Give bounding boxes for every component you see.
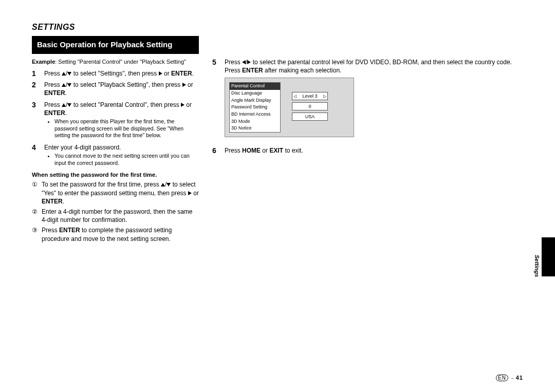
- substep-3: ③ Press ENTER to complete the password s…: [32, 226, 199, 242]
- osd-menu-item: BD Internet Access: [230, 111, 280, 118]
- step-number: 6: [212, 146, 219, 155]
- substep-1: ① To set the password for the first time…: [32, 180, 199, 206]
- step-3: 3 Press / to select "Parental Control", …: [32, 101, 199, 140]
- up-icon: [62, 103, 66, 107]
- osd-menu-item: Password Setting: [230, 104, 280, 111]
- side-tab-marker: [542, 237, 555, 276]
- step-4: 4 Enter your 4-digit password. You canno…: [32, 143, 199, 167]
- lang-badge: EN: [496, 375, 508, 381]
- step-body: Press / to select "Parental Control", th…: [44, 101, 199, 140]
- step-note: When you operate this Player for the fir…: [44, 118, 199, 139]
- step-body: Press / to select "Playback Setting", th…: [44, 81, 199, 97]
- right-icon: [188, 191, 192, 195]
- osd-country-field: USA: [292, 113, 328, 121]
- right-icon: [247, 60, 251, 64]
- right-icon: [182, 83, 186, 87]
- down-icon: [67, 72, 71, 76]
- down-icon: [166, 183, 171, 186]
- page-title: Basic Operation for Playback Setting: [37, 40, 194, 50]
- osd-menu-item: Angle Mark Display: [230, 97, 280, 104]
- osd-menu-item: 3D Mode: [230, 118, 280, 125]
- subsection-heading: When setting the password for the first …: [32, 172, 199, 178]
- step-number: 1: [32, 69, 39, 78]
- page-number: 41: [516, 375, 523, 381]
- osd-menu-item: 3D Notice: [230, 125, 280, 132]
- step-body: Press / to select "Settings", then press…: [44, 69, 199, 78]
- osd-menu-selected: Parental Control: [230, 83, 280, 90]
- step-number: 3: [32, 101, 39, 140]
- example-line: Example: Setting "Parental Control" unde…: [32, 58, 199, 65]
- substep-body: Press ENTER to complete the password set…: [42, 226, 199, 242]
- osd-level-field: ◁ Level 3 ▷: [292, 92, 328, 100]
- section-heading: SETTINGS: [32, 23, 523, 32]
- osd-screenshot: Parental Control Disc Language Angle Mar…: [225, 78, 354, 137]
- step-note: You cannot move to the next setting scre…: [44, 153, 199, 166]
- step-5: 5 Press / to select the parental control…: [212, 58, 523, 74]
- step-body: Press / to select the parental control l…: [225, 58, 523, 74]
- step-number: 5: [212, 58, 219, 74]
- circled-number-icon: ①: [32, 180, 38, 206]
- step-body: Enter your 4-digit password. You cannot …: [44, 143, 199, 167]
- circled-number-icon: ③: [32, 226, 38, 242]
- step-body: Press HOME or EXIT to exit.: [225, 146, 523, 155]
- step-number: 2: [32, 81, 39, 97]
- right-icon: [159, 71, 162, 76]
- step-6: 6 Press HOME or EXIT to exit.: [212, 146, 523, 155]
- two-column-layout: Example: Setting "Parental Control" unde…: [32, 58, 523, 245]
- left-column: Example: Setting "Parental Control" unde…: [32, 58, 199, 245]
- right-icon: [181, 103, 184, 107]
- up-icon: [62, 83, 66, 87]
- osd-zero-field: 0: [292, 102, 328, 110]
- osd-value-fields: ◁ Level 3 ▷ 0 USA: [292, 92, 328, 123]
- right-column: 5 Press / to select the parental control…: [212, 58, 523, 245]
- osd-menu-item: Disc Language: [230, 90, 280, 97]
- substep-body: To set the password for the first time, …: [42, 180, 199, 206]
- osd-wrap: Parental Control Disc Language Angle Mar…: [212, 78, 523, 143]
- down-icon: [67, 103, 71, 107]
- title-bar: Basic Operation for Playback Setting: [32, 36, 199, 54]
- step-2: 2 Press / to select "Playback Setting", …: [32, 81, 199, 97]
- step-number: 4: [32, 143, 39, 167]
- page-footer: EN - 41: [496, 375, 523, 381]
- up-icon: [161, 183, 165, 186]
- left-arrow-icon: ◁: [293, 94, 297, 99]
- osd-menu-list: Parental Control Disc Language Angle Mar…: [229, 82, 281, 133]
- up-icon: [62, 72, 66, 76]
- right-arrow-icon: ▷: [323, 94, 326, 99]
- substep-body: Enter a 4-digit number for the password,…: [42, 208, 199, 224]
- side-tab-label: Settings: [534, 255, 540, 277]
- step-1: 1 Press / to select "Settings", then pre…: [32, 69, 199, 78]
- circled-number-icon: ②: [32, 208, 38, 224]
- substep-2: ② Enter a 4-digit number for the passwor…: [32, 208, 199, 224]
- manual-page: SETTINGS Basic Operation for Playback Se…: [0, 0, 555, 392]
- left-icon: [242, 60, 246, 64]
- down-icon: [67, 83, 71, 87]
